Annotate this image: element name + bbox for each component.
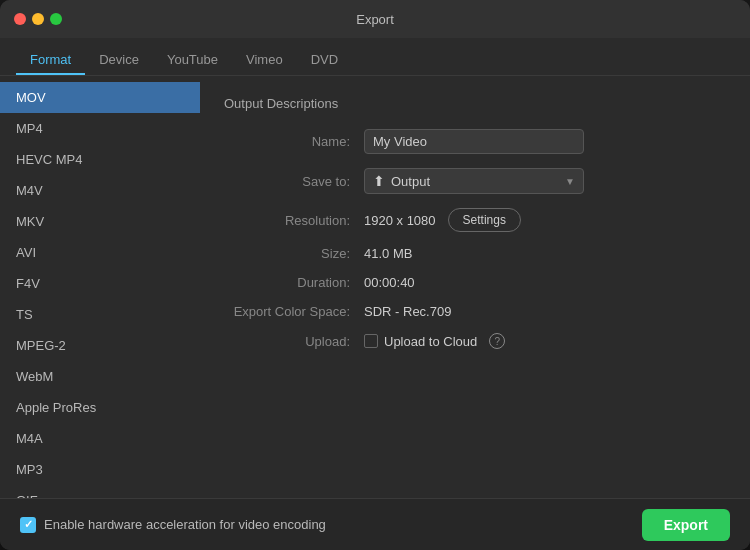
color-space-row: Export Color Space: SDR - Rec.709 [224, 304, 726, 319]
format-item-mpeg2[interactable]: MPEG-2 [0, 330, 200, 361]
resolution-row: Resolution: 1920 x 1080 Settings [224, 208, 726, 232]
duration-label: Duration: [224, 275, 364, 290]
tab-device[interactable]: Device [85, 44, 153, 75]
resolution-value: 1920 x 1080 [364, 213, 436, 228]
format-item-m4a[interactable]: M4A [0, 423, 200, 454]
duration-row: Duration: 00:00:40 [224, 275, 726, 290]
color-space-value: SDR - Rec.709 [364, 304, 451, 319]
footer-bar: ✓ Enable hardware acceleration for video… [0, 498, 750, 550]
size-value: 41.0 MB [364, 246, 412, 261]
upload-to-cloud-label: Upload to Cloud [384, 334, 477, 349]
format-item-webm[interactable]: WebM [0, 361, 200, 392]
format-item-mov[interactable]: MOV [0, 82, 200, 113]
hw-acceleration-checkbox[interactable]: ✓ [20, 517, 36, 533]
checkmark-icon: ✓ [24, 518, 33, 531]
traffic-lights [14, 13, 62, 25]
export-button[interactable]: Export [642, 509, 730, 541]
save-to-row: Save to: ⬆ Output ▼ [224, 168, 726, 194]
format-item-ts[interactable]: TS [0, 299, 200, 330]
hw-acceleration-label: Enable hardware acceleration for video e… [44, 517, 326, 532]
format-item-f4v[interactable]: F4V [0, 268, 200, 299]
format-item-m4v[interactable]: M4V [0, 175, 200, 206]
format-item-mkv[interactable]: MKV [0, 206, 200, 237]
maximize-button[interactable] [50, 13, 62, 25]
size-label: Size: [224, 246, 364, 261]
format-item-mp3[interactable]: MP3 [0, 454, 200, 485]
duration-value: 00:00:40 [364, 275, 415, 290]
window-title: Export [356, 12, 394, 27]
format-item-apple-prores[interactable]: Apple ProRes [0, 392, 200, 423]
size-row: Size: 41.0 MB [224, 246, 726, 261]
output-descriptions-title: Output Descriptions [224, 96, 726, 111]
resolution-label: Resolution: [224, 213, 364, 228]
save-to-dropdown[interactable]: ⬆ Output ▼ [364, 168, 584, 194]
tab-bar: Format Device YouTube Vimeo DVD [0, 38, 750, 76]
save-to-label: Save to: [224, 174, 364, 189]
format-item-gif[interactable]: GIF [0, 485, 200, 498]
upload-label: Upload: [224, 334, 364, 349]
format-item-avi[interactable]: AVI [0, 237, 200, 268]
tab-format[interactable]: Format [16, 44, 85, 75]
tab-vimeo[interactable]: Vimeo [232, 44, 297, 75]
export-window: Export Format Device YouTube Vimeo DVD M… [0, 0, 750, 550]
main-content: MOV MP4 HEVC MP4 M4V MKV AVI F4V TS MPEG… [0, 76, 750, 498]
tab-dvd[interactable]: DVD [297, 44, 352, 75]
upload-row: Upload: Upload to Cloud ? [224, 333, 726, 349]
tab-youtube[interactable]: YouTube [153, 44, 232, 75]
close-button[interactable] [14, 13, 26, 25]
format-item-mp4[interactable]: MP4 [0, 113, 200, 144]
name-label: Name: [224, 134, 364, 149]
settings-button[interactable]: Settings [448, 208, 521, 232]
format-list: MOV MP4 HEVC MP4 M4V MKV AVI F4V TS MPEG… [0, 76, 200, 498]
right-panel: Output Descriptions Name: Save to: ⬆ Out… [200, 76, 750, 498]
titlebar: Export [0, 0, 750, 38]
minimize-button[interactable] [32, 13, 44, 25]
color-space-label: Export Color Space: [224, 304, 364, 319]
folder-icon: ⬆ [373, 173, 385, 189]
chevron-down-icon: ▼ [565, 176, 575, 187]
format-item-hevc-mp4[interactable]: HEVC MP4 [0, 144, 200, 175]
name-input[interactable] [364, 129, 584, 154]
info-icon[interactable]: ? [489, 333, 505, 349]
name-row: Name: [224, 129, 726, 154]
save-to-value: Output [391, 174, 430, 189]
upload-to-cloud-checkbox[interactable] [364, 334, 378, 348]
